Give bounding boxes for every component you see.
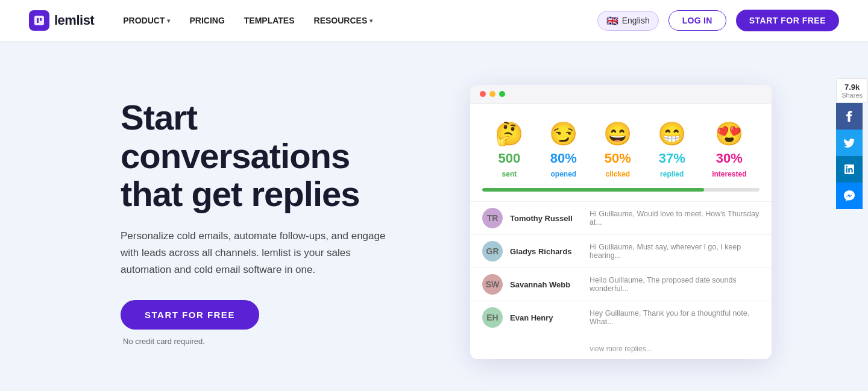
nav-product[interactable]: PRODUCT ▾ (123, 16, 170, 25)
reply-name: Evan Henry (510, 313, 582, 322)
progress-fill (482, 188, 704, 192)
logo-icon (29, 10, 49, 31)
stats-row: 🤔 500 sent 😏 80% opened 😄 50% clicked 😁 … (470, 104, 772, 188)
stat-value: 37% (659, 151, 685, 166)
hero-section: Start conversations that get replies Per… (0, 41, 868, 391)
no-credit-card-text: No credit card required. (123, 337, 434, 346)
reply-preview: Hi Guillaume, Must say, wherever I go, I… (590, 243, 760, 260)
card-titlebar (470, 85, 772, 104)
nav-templates[interactable]: TEMPLATES (244, 16, 295, 25)
chevron-down-icon: ▾ (167, 17, 170, 24)
stat-col: 😄 50% clicked (603, 120, 632, 178)
avatar: SW (482, 274, 503, 295)
hero-content: Start conversations that get replies Per… (121, 98, 434, 346)
logo-text: lemlist (54, 13, 94, 28)
avatar: GR (482, 241, 503, 261)
progress-bar (482, 188, 760, 192)
stat-emoji: 😄 (603, 120, 632, 147)
reply-name: Gladys Richards (510, 247, 582, 256)
linkedin-share-button[interactable] (836, 156, 863, 183)
start-for-free-nav-button[interactable]: START FOR FREE (736, 10, 839, 31)
share-count: 7.9k Shares (836, 78, 868, 103)
preview-card: 🤔 500 sent 😏 80% opened 😄 50% clicked 😁 … (470, 85, 772, 359)
login-button[interactable]: LOG IN (668, 10, 726, 31)
reply-item: TR Tomothy Russell Hi Guillaume, Would l… (470, 201, 772, 234)
reply-item: GR Gladys Richards Hi Guillaume, Must sa… (470, 234, 772, 267)
dot-green (499, 91, 505, 97)
stat-label: replied (660, 170, 684, 178)
facebook-share-button[interactable] (836, 103, 863, 130)
reply-preview: Hi Guillaume, Would love to meet. How's … (590, 210, 760, 227)
stat-value: 500 (498, 151, 521, 166)
nav-pricing[interactable]: PRICING (189, 16, 224, 25)
reply-name: Tomothy Russell (510, 214, 582, 223)
stat-emoji: 😏 (549, 120, 577, 147)
nav-links: PRODUCT ▾ PRICING TEMPLATES RESOURCES ▾ (123, 16, 597, 25)
stat-col: 😏 80% opened (549, 120, 577, 178)
stat-col: 😁 37% replied (658, 120, 686, 178)
chevron-down-icon: ▾ (370, 17, 373, 24)
stat-emoji: 🤔 (495, 120, 523, 147)
stat-label: opened (551, 170, 577, 178)
hero-preview: 🤔 500 sent 😏 80% opened 😄 50% clicked 😁 … (434, 85, 772, 359)
dot-yellow (489, 91, 495, 97)
svg-rect-0 (34, 16, 44, 25)
avatar: TR (482, 208, 503, 228)
reply-preview: Hey Guillaume, Thank you for a thoughtfu… (590, 309, 760, 326)
social-sidebar: 7.9k Shares (836, 78, 868, 209)
progress-bar-wrap (470, 188, 772, 201)
reply-name: Savannah Webb (510, 280, 582, 289)
reply-item: EH Evan Henry Hey Guillaume, Thank you f… (470, 301, 772, 334)
stat-label: clicked (605, 170, 630, 178)
messenger-share-button[interactable] (836, 183, 863, 209)
hero-title: Start conversations that get replies (121, 98, 434, 213)
nav-right: 🇬🇧 English LOG IN START FOR FREE (597, 10, 839, 31)
stat-label: interested (712, 170, 746, 178)
stat-col: 🤔 500 sent (495, 120, 523, 178)
hero-description: Personalize cold emails, automate follow… (121, 228, 398, 278)
logo[interactable]: lemlist (29, 10, 94, 31)
stat-value: 50% (605, 151, 631, 166)
stat-emoji: 😁 (658, 120, 686, 147)
reply-list: TR Tomothy Russell Hi Guillaume, Would l… (470, 201, 772, 339)
start-for-free-hero-button[interactable]: START FOR FREE (121, 300, 259, 330)
twitter-share-button[interactable] (836, 130, 863, 156)
flag-icon: 🇬🇧 (606, 15, 618, 27)
stat-value: 80% (550, 151, 577, 166)
stat-emoji: 😍 (715, 120, 743, 147)
dot-red (480, 91, 486, 97)
avatar: EH (482, 307, 503, 328)
stat-col: 😍 30% interested (712, 120, 746, 178)
language-selector[interactable]: 🇬🇧 English (597, 11, 659, 31)
stat-label: sent (502, 170, 517, 178)
reply-preview: Hello Guillaume, The proposed date sound… (590, 276, 760, 293)
nav-resources[interactable]: RESOURCES ▾ (314, 16, 373, 25)
view-more-replies[interactable]: view more replies... (470, 339, 772, 359)
stat-value: 30% (716, 151, 743, 166)
reply-item: SW Savannah Webb Hello Guillaume, The pr… (470, 267, 772, 301)
